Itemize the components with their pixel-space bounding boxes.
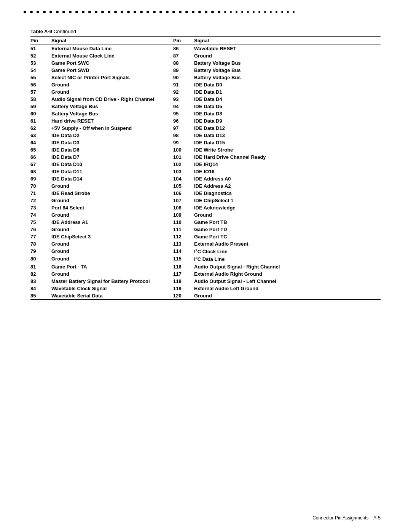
- pin2-cell: 93: [173, 96, 194, 103]
- table-row: 77IDE ChipSelect 3112Game Port TC: [30, 233, 381, 240]
- sig1-cell: External Mouse Data Line: [51, 45, 173, 53]
- table-row: 72Ground107IDE ChipSelect 1: [30, 197, 381, 204]
- sig2-cell: IDE Acknowledge: [194, 204, 381, 211]
- pin1-cell: 81: [30, 263, 51, 270]
- sig2-cell: Game Port TD: [194, 226, 381, 233]
- sig1-cell: IDE Data D6: [51, 146, 173, 153]
- pin1-cell: 76: [30, 226, 51, 233]
- sig2-cell: IDE Data D13: [194, 132, 381, 139]
- sig2-cell: Audio Output Signal - Right Channel: [194, 263, 381, 270]
- sig2-cell: Battery Voltage Bus: [194, 74, 381, 81]
- sig1-cell: Ground: [51, 240, 173, 248]
- sig2-cell: Wavetable RESET: [194, 45, 381, 53]
- pin2-cell: 108: [173, 204, 194, 211]
- sig1-cell: Ground: [51, 182, 173, 190]
- sig2-cell: IDE Data D0: [194, 81, 381, 88]
- pin2-cell: 96: [173, 117, 194, 125]
- table-row: 51External Mouse Data Line86Wavetable RE…: [30, 45, 381, 53]
- sig2-cell: IDE Diagnostics: [194, 190, 381, 197]
- sig1-cell: Wavetable Clock Signal: [51, 285, 173, 292]
- pin1-cell: 73: [30, 204, 51, 211]
- pin2-cell: 94: [173, 103, 194, 110]
- pin1-cell: 84: [30, 285, 51, 292]
- table-row: 71IDE Read Strobe106IDE Diagnostics: [30, 190, 381, 197]
- sig1-cell: Ground: [51, 255, 173, 263]
- sig2-cell: External Audio Left Ground: [194, 285, 381, 292]
- sig2-cell: Ground: [194, 52, 381, 59]
- pin2-cell: 115: [173, 255, 194, 263]
- pin1-cell: 82: [30, 270, 51, 278]
- pin2-cell: 120: [173, 292, 194, 300]
- sig1-cell: Port 84 Select: [51, 204, 173, 211]
- sig2-cell: IDE Data D12: [194, 125, 381, 132]
- sig2-cell: Battery Voltage Bus: [194, 67, 381, 74]
- pin2-cell: 99: [173, 139, 194, 146]
- table-row: 64IDE Data D399IDE Data D15: [30, 139, 381, 146]
- sig1-cell: +5V Supply - Off when in Suspend: [51, 125, 173, 132]
- pin1-cell: 60: [30, 110, 51, 117]
- pin1-cell: 57: [30, 88, 51, 96]
- pin1-cell: 74: [30, 211, 51, 219]
- table-title-suffix: Continued: [52, 29, 76, 34]
- pin1-cell: 53: [30, 59, 51, 67]
- pin2-cell: 100: [173, 146, 194, 153]
- sig1-cell: IDE Address A1: [51, 219, 173, 226]
- dotted-header: [0, 0, 411, 13]
- col1-signal-header: Signal: [51, 36, 173, 45]
- pin1-cell: 66: [30, 153, 51, 161]
- pin1-cell: 85: [30, 292, 51, 300]
- table-row: 85Wavetable Serial Data120Ground: [30, 292, 381, 300]
- pin2-cell: 113: [173, 240, 194, 248]
- pin2-cell: 88: [173, 59, 194, 67]
- sig2-cell: IDE Hard Drive Channel Ready: [194, 153, 381, 161]
- sig1-cell: IDE Read Strobe: [51, 190, 173, 197]
- pin2-cell: 104: [173, 175, 194, 182]
- pin2-cell: 106: [173, 190, 194, 197]
- pin1-cell: 80: [30, 255, 51, 263]
- pin1-cell: 56: [30, 81, 51, 88]
- pin1-cell: 72: [30, 197, 51, 204]
- sig1-cell: IDE Data D3: [51, 139, 173, 146]
- table-row: 74Ground109Ground: [30, 211, 381, 219]
- table-row: 79Ground114I2C Clock Line: [30, 248, 381, 255]
- sig1-cell: Battery Voltage Bus: [51, 110, 173, 117]
- sig1-cell: IDE Data D7: [51, 153, 173, 161]
- sig2-cell: External Audio Present: [194, 240, 381, 248]
- pin1-cell: 68: [30, 168, 51, 175]
- sig1-cell: Game Port SWD: [51, 67, 173, 74]
- sig2-cell: Audio Output Signal - Left Channel: [194, 278, 381, 285]
- pin2-cell: 95: [173, 110, 194, 117]
- pin2-cell: 109: [173, 211, 194, 219]
- sig1-cell: Hard drive RESET: [51, 117, 173, 125]
- pin2-cell: 101: [173, 153, 194, 161]
- pin2-cell: 91: [173, 81, 194, 88]
- pin2-cell: 110: [173, 219, 194, 226]
- sig1-cell: Battery Voltage Bus: [51, 103, 173, 110]
- table-row: 63IDE Data D298IDE Data D13: [30, 132, 381, 139]
- table-row: 53Game Port SWC88Battery Voltage Bus: [30, 59, 381, 67]
- footer-right: Connector Pin Assignments A-5: [312, 515, 381, 521]
- sig1-cell: Ground: [51, 226, 173, 233]
- table-row: 58Audio Signal from CD Drive - Right Cha…: [30, 96, 381, 103]
- main-content: Table A-9 Continued Pin Signal Pin Signa…: [0, 13, 411, 323]
- pin2-cell: 92: [173, 88, 194, 96]
- table-row: 52External Mouse Clock Line87Ground: [30, 52, 381, 59]
- pin2-cell: 89: [173, 67, 194, 74]
- pin2-cell: 90: [173, 74, 194, 81]
- pin1-cell: 75: [30, 219, 51, 226]
- pin1-cell: 69: [30, 175, 51, 182]
- pin1-cell: 54: [30, 67, 51, 74]
- pin2-cell: 98: [173, 132, 194, 139]
- sig2-cell: IDE IRQ14: [194, 161, 381, 168]
- pin2-cell: 117: [173, 270, 194, 278]
- table-row: 80Ground115I2C Data Line: [30, 255, 381, 263]
- pin1-cell: 58: [30, 96, 51, 103]
- sig1-cell: Ground: [51, 270, 173, 278]
- table-row: 62+5V Supply - Off when in Suspend97IDE …: [30, 125, 381, 132]
- pin2-cell: 111: [173, 226, 194, 233]
- sig1-cell: IDE Data D10: [51, 161, 173, 168]
- pin1-cell: 63: [30, 132, 51, 139]
- pin2-cell: 102: [173, 161, 194, 168]
- sig2-cell: IDE Data D4: [194, 96, 381, 103]
- pin1-cell: 79: [30, 248, 51, 255]
